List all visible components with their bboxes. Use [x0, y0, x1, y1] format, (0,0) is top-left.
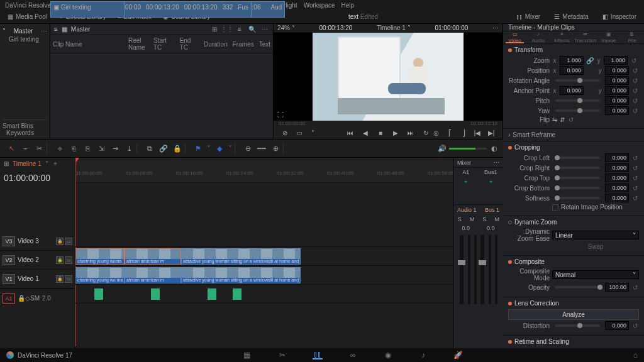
mark-out-icon[interactable]: ⎦ — [458, 128, 469, 138]
zoom-in-icon[interactable]: ⊕ — [270, 143, 280, 153]
tab-file[interactable]: 🗎File — [621, 31, 644, 43]
col-frames[interactable]: Frames — [230, 35, 257, 53]
col-end[interactable]: End TC — [177, 35, 201, 53]
bypass-icon[interactable]: ⊘ — [280, 128, 290, 138]
timeline-clip[interactable]: attractive young woman sitting on a wind… — [181, 267, 301, 283]
crop-bottom-field[interactable]: 0.000 — [605, 184, 629, 192]
play-reverse-button[interactable]: ◀ — [360, 128, 370, 138]
list-view-icon[interactable]: ≡ — [54, 26, 58, 33]
timeline-menu-icon[interactable]: ⊞ — [4, 160, 9, 167]
thumb-view-icon[interactable]: ▦ — [62, 26, 67, 33]
reset-icon[interactable]: ↺ — [631, 107, 639, 114]
video-track-header[interactable]: V3Video 3🔒▭ — [0, 232, 75, 251]
lock-toggle[interactable]: 🔒 — [172, 143, 182, 153]
mute-icon[interactable]: M — [35, 295, 40, 302]
blade-tool[interactable]: ✂ — [34, 143, 44, 153]
tab-effects[interactable]: ✦Effects — [550, 31, 574, 43]
tab-video[interactable]: ▭Video — [503, 31, 526, 43]
zoom-slider[interactable]: ━━ — [257, 143, 267, 153]
section-title[interactable]: Composite — [514, 258, 545, 265]
yaw-slider[interactable] — [555, 109, 600, 112]
inspector-toggle[interactable]: ◧ Inspector — [599, 12, 640, 21]
video-track-header[interactable]: V2Video 2🔒▭ — [0, 251, 75, 270]
last-frame-button[interactable]: ⏭ — [406, 128, 416, 138]
append-tool[interactable]: ⤓ — [124, 143, 134, 153]
section-title[interactable]: Dynamic Zoom — [514, 219, 557, 226]
track-a1[interactable] — [75, 285, 453, 304]
marker-button[interactable]: ◆ — [214, 143, 225, 153]
first-frame-button[interactable]: ⏮ — [345, 128, 355, 138]
fairlight-page[interactable]: ♪ — [418, 351, 428, 359]
edit-page[interactable]: ⫿⫿ — [313, 351, 323, 359]
search-icon[interactable]: 🔍 — [248, 25, 257, 34]
smart-reframe-section[interactable]: › Smart Reframe — [503, 129, 644, 141]
crop-right-field[interactable]: 0.000 — [605, 163, 629, 172]
opacity-slider[interactable] — [555, 286, 600, 288]
fit-tool[interactable]: ⇲ — [96, 143, 106, 153]
swap-button[interactable]: Swap — [552, 243, 639, 250]
bin-item[interactable]: Girl texting — [3, 36, 47, 43]
section-title[interactable]: Lens Correction — [514, 300, 559, 307]
curve-icon[interactable]: ◇ — [25, 295, 30, 302]
bin-master[interactable]: ˅ Master⋯ — [3, 26, 47, 36]
insert-tool[interactable]: ⎆ — [55, 143, 65, 153]
stop-button[interactable]: ■ — [375, 128, 386, 138]
dropdown-icon[interactable]: ˅ — [308, 128, 318, 138]
solo-icon[interactable]: S — [30, 295, 35, 302]
audio-clip[interactable] — [233, 288, 242, 300]
zoom-out-icon[interactable]: ⊖ — [243, 143, 253, 153]
fader[interactable] — [460, 235, 464, 304]
deliver-page[interactable]: 🚀 — [453, 351, 464, 359]
media-pool-toggle[interactable]: ▦ Media Pool — [4, 12, 51, 21]
pos-x-field[interactable]: 0.000 — [560, 66, 584, 75]
track-v3[interactable] — [75, 228, 453, 247]
crop-top-slider[interactable] — [555, 177, 600, 179]
expand-icon[interactable]: ⛶ — [277, 111, 284, 118]
reset-icon[interactable]: ↺ — [631, 77, 639, 84]
mute-button[interactable]: M — [491, 216, 503, 222]
mixer-options-icon[interactable]: ⋯ — [494, 160, 499, 166]
rotation-field[interactable]: 0.000 — [605, 76, 629, 85]
solo-button[interactable]: S — [479, 216, 491, 222]
audio-clip[interactable] — [151, 288, 160, 300]
audio-clip[interactable] — [94, 288, 103, 300]
reset-icon[interactable]: ↺ — [631, 87, 639, 94]
analyze-button[interactable]: Analyze — [508, 309, 639, 320]
opacity-field[interactable]: 100.00 — [605, 283, 629, 292]
menu-item[interactable]: Workspace — [304, 2, 335, 9]
timeline-canvas[interactable]: 01:00:00:0001:00:08:0001:00:16:0001:00:2… — [75, 158, 453, 351]
volume-slider[interactable] — [449, 148, 487, 150]
mixer-toggle[interactable]: ⫿⫿ Mixer — [513, 12, 544, 21]
crop-top-field[interactable]: 0.000 — [605, 173, 629, 182]
cut-page[interactable]: ✂ — [277, 351, 287, 359]
softness-slider[interactable] — [555, 197, 600, 199]
reset-icon[interactable]: ↺ — [631, 322, 639, 329]
reset-icon[interactable]: ↺ — [567, 116, 575, 123]
lock-icon[interactable]: 🔒 — [56, 238, 64, 245]
lock-icon[interactable]: 🔒 — [56, 256, 64, 264]
col-dur[interactable]: Duration — [201, 35, 230, 53]
composite-mode-select[interactable]: Normal˅ — [552, 270, 639, 279]
filter-icon[interactable]: ≡ — [235, 25, 244, 34]
section-title[interactable]: Transform — [514, 47, 543, 53]
timeline-clip[interactable]: african american m — [125, 248, 181, 265]
reset-icon[interactable]: ↺ — [631, 195, 639, 202]
dim-icon[interactable]: ◐ — [489, 143, 499, 153]
crop-left-slider[interactable] — [555, 156, 600, 159]
viewer-title[interactable]: Timeline 1 ˅ — [377, 25, 411, 31]
menu-item[interactable]: Help — [341, 2, 354, 9]
home-button[interactable]: ⌂ — [633, 351, 638, 359]
disable-icon[interactable]: ▭ — [65, 238, 72, 245]
timeline-clip[interactable]: charming young woma — [75, 248, 125, 265]
rotation-slider[interactable] — [555, 79, 600, 82]
color-page[interactable]: ◉ — [383, 351, 393, 359]
retain-position-checkbox[interactable] — [552, 204, 558, 211]
viewer-canvas[interactable]: ⛶ — [274, 33, 502, 121]
volume-icon[interactable]: 🔊 — [438, 145, 447, 153]
menu-item[interactable]: DaVinci Resolve — [5, 2, 51, 9]
smart-bins-header[interactable]: Smart Bins — [3, 119, 47, 129]
col-clipname[interactable]: Clip Name — [50, 35, 126, 53]
loop-button[interactable]: ↻ — [421, 128, 431, 138]
match-frame-icon[interactable]: ◎ — [431, 128, 441, 138]
audio-track-header[interactable]: A1 🔒◇SM 2.0 — [0, 288, 75, 307]
